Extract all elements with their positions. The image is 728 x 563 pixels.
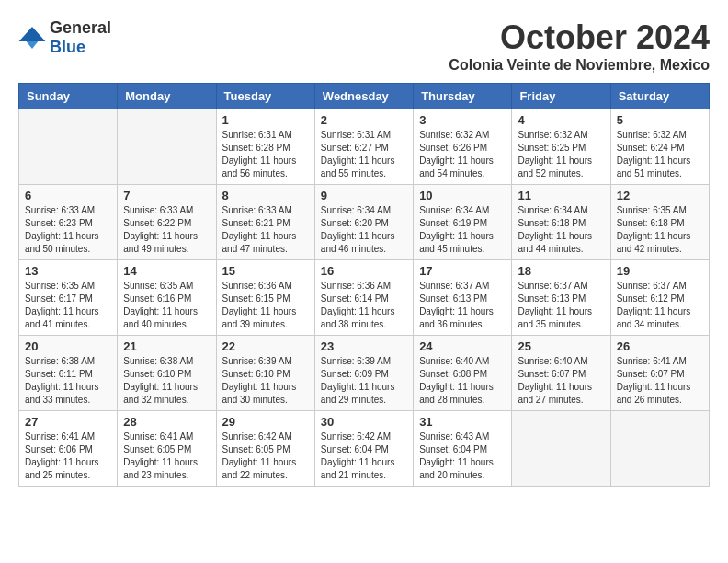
day-number: 26 <box>617 339 703 353</box>
day-number: 9 <box>321 189 407 202</box>
calendar-cell: 19Sunrise: 6:37 AM Sunset: 6:12 PM Dayli… <box>610 260 709 336</box>
day-info: Sunrise: 6:41 AM Sunset: 6:07 PM Dayligh… <box>617 355 703 407</box>
day-info: Sunrise: 6:35 AM Sunset: 6:18 PM Dayligh… <box>617 204 703 256</box>
day-info: Sunrise: 6:36 AM Sunset: 6:15 PM Dayligh… <box>222 280 309 331</box>
calendar-cell: 6Sunrise: 6:33 AM Sunset: 6:23 PM Daylig… <box>19 185 118 260</box>
calendar-cell: 30Sunrise: 6:42 AM Sunset: 6:04 PM Dayli… <box>314 411 413 487</box>
calendar-cell: 29Sunrise: 6:42 AM Sunset: 6:05 PM Dayli… <box>216 411 314 487</box>
day-number: 1 <box>222 113 309 127</box>
day-info: Sunrise: 6:34 AM Sunset: 6:18 PM Dayligh… <box>518 204 604 256</box>
calendar-cell: 22Sunrise: 6:39 AM Sunset: 6:10 PM Dayli… <box>216 336 314 411</box>
calendar-week-row: 13Sunrise: 6:35 AM Sunset: 6:17 PM Dayli… <box>19 260 710 336</box>
day-info: Sunrise: 6:33 AM Sunset: 6:22 PM Dayligh… <box>123 204 210 256</box>
calendar-cell: 3Sunrise: 6:32 AM Sunset: 6:26 PM Daylig… <box>414 109 512 185</box>
day-info: Sunrise: 6:36 AM Sunset: 6:14 PM Dayligh… <box>321 280 407 331</box>
calendar-cell: 13Sunrise: 6:35 AM Sunset: 6:17 PM Dayli… <box>19 260 118 336</box>
calendar-table: SundayMondayTuesdayWednesdayThursdayFrid… <box>18 83 710 487</box>
day-number: 22 <box>222 339 309 353</box>
day-info: Sunrise: 6:39 AM Sunset: 6:09 PM Dayligh… <box>321 355 407 407</box>
day-header-wednesday: Wednesday <box>314 84 413 109</box>
calendar-cell: 23Sunrise: 6:39 AM Sunset: 6:09 PM Dayli… <box>314 336 413 411</box>
day-number: 25 <box>518 339 604 353</box>
day-number: 12 <box>617 189 703 202</box>
day-info: Sunrise: 6:35 AM Sunset: 6:16 PM Dayligh… <box>123 280 210 331</box>
day-info: Sunrise: 6:33 AM Sunset: 6:23 PM Dayligh… <box>25 204 111 256</box>
day-info: Sunrise: 6:41 AM Sunset: 6:06 PM Dayligh… <box>25 431 111 482</box>
calendar-cell <box>19 109 118 185</box>
day-info: Sunrise: 6:33 AM Sunset: 6:21 PM Dayligh… <box>222 204 309 256</box>
calendar-cell: 15Sunrise: 6:36 AM Sunset: 6:15 PM Dayli… <box>216 260 314 336</box>
day-info: Sunrise: 6:32 AM Sunset: 6:25 PM Dayligh… <box>518 129 604 180</box>
logo-general: General <box>50 18 111 37</box>
calendar-cell: 21Sunrise: 6:38 AM Sunset: 6:10 PM Dayli… <box>118 336 216 411</box>
calendar-week-row: 1Sunrise: 6:31 AM Sunset: 6:28 PM Daylig… <box>19 109 710 185</box>
day-info: Sunrise: 6:40 AM Sunset: 6:08 PM Dayligh… <box>419 355 506 407</box>
calendar-cell <box>512 411 610 487</box>
day-number: 20 <box>25 339 111 353</box>
calendar-cell: 25Sunrise: 6:40 AM Sunset: 6:07 PM Dayli… <box>512 336 610 411</box>
calendar-cell: 10Sunrise: 6:34 AM Sunset: 6:19 PM Dayli… <box>414 185 512 260</box>
day-number: 2 <box>321 113 407 127</box>
day-number: 21 <box>123 339 210 353</box>
day-number: 6 <box>25 189 111 202</box>
calendar-cell: 18Sunrise: 6:37 AM Sunset: 6:13 PM Dayli… <box>512 260 610 336</box>
day-number: 19 <box>617 264 703 278</box>
day-info: Sunrise: 6:43 AM Sunset: 6:04 PM Dayligh… <box>419 431 506 482</box>
day-info: Sunrise: 6:32 AM Sunset: 6:26 PM Dayligh… <box>419 129 506 180</box>
calendar-cell: 1Sunrise: 6:31 AM Sunset: 6:28 PM Daylig… <box>216 109 314 185</box>
day-header-saturday: Saturday <box>610 84 709 109</box>
day-header-friday: Friday <box>512 84 610 109</box>
calendar-cell: 11Sunrise: 6:34 AM Sunset: 6:18 PM Dayli… <box>512 185 610 260</box>
day-header-sunday: Sunday <box>19 84 118 109</box>
calendar-week-row: 27Sunrise: 6:41 AM Sunset: 6:06 PM Dayli… <box>19 411 710 487</box>
day-info: Sunrise: 6:41 AM Sunset: 6:05 PM Dayligh… <box>123 431 210 482</box>
calendar-cell <box>118 109 216 185</box>
calendar-cell: 17Sunrise: 6:37 AM Sunset: 6:13 PM Dayli… <box>414 260 512 336</box>
day-header-thursday: Thursday <box>414 84 512 109</box>
calendar-cell: 14Sunrise: 6:35 AM Sunset: 6:16 PM Dayli… <box>118 260 216 336</box>
calendar-cell: 5Sunrise: 6:32 AM Sunset: 6:24 PM Daylig… <box>610 109 709 185</box>
svg-marker-0 <box>19 27 46 41</box>
day-info: Sunrise: 6:31 AM Sunset: 6:27 PM Dayligh… <box>321 129 407 180</box>
month-title: October 2024 <box>449 18 710 57</box>
day-info: Sunrise: 6:34 AM Sunset: 6:20 PM Dayligh… <box>321 204 407 256</box>
calendar-cell: 8Sunrise: 6:33 AM Sunset: 6:21 PM Daylig… <box>216 185 314 260</box>
day-number: 23 <box>321 339 407 353</box>
day-number: 17 <box>419 264 506 278</box>
calendar-cell: 4Sunrise: 6:32 AM Sunset: 6:25 PM Daylig… <box>512 109 610 185</box>
day-number: 13 <box>25 264 111 278</box>
day-info: Sunrise: 6:31 AM Sunset: 6:28 PM Dayligh… <box>222 129 309 180</box>
calendar-cell: 26Sunrise: 6:41 AM Sunset: 6:07 PM Dayli… <box>610 336 709 411</box>
calendar-cell: 24Sunrise: 6:40 AM Sunset: 6:08 PM Dayli… <box>414 336 512 411</box>
day-header-tuesday: Tuesday <box>216 84 314 109</box>
title-area: October 2024 Colonia Veinte de Noviembre… <box>449 18 710 74</box>
day-number: 4 <box>518 113 604 127</box>
day-number: 16 <box>321 264 407 278</box>
day-number: 27 <box>25 415 111 429</box>
calendar-cell: 27Sunrise: 6:41 AM Sunset: 6:06 PM Dayli… <box>19 411 118 487</box>
day-number: 24 <box>419 339 506 353</box>
day-info: Sunrise: 6:40 AM Sunset: 6:07 PM Dayligh… <box>518 355 604 407</box>
calendar-cell: 20Sunrise: 6:38 AM Sunset: 6:11 PM Dayli… <box>19 336 118 411</box>
calendar-cell: 9Sunrise: 6:34 AM Sunset: 6:20 PM Daylig… <box>314 185 413 260</box>
calendar-cell: 7Sunrise: 6:33 AM Sunset: 6:22 PM Daylig… <box>118 185 216 260</box>
day-info: Sunrise: 6:42 AM Sunset: 6:05 PM Dayligh… <box>222 431 309 482</box>
calendar-header-row: SundayMondayTuesdayWednesdayThursdayFrid… <box>19 84 710 109</box>
day-number: 15 <box>222 264 309 278</box>
day-number: 18 <box>518 264 604 278</box>
day-number: 11 <box>518 189 604 202</box>
calendar-cell: 31Sunrise: 6:43 AM Sunset: 6:04 PM Dayli… <box>414 411 512 487</box>
day-info: Sunrise: 6:34 AM Sunset: 6:19 PM Dayligh… <box>419 204 506 256</box>
day-number: 7 <box>123 189 210 202</box>
day-info: Sunrise: 6:37 AM Sunset: 6:13 PM Dayligh… <box>419 280 506 331</box>
calendar-cell <box>610 411 709 487</box>
day-info: Sunrise: 6:38 AM Sunset: 6:11 PM Dayligh… <box>25 355 111 407</box>
day-number: 28 <box>123 415 210 429</box>
day-header-monday: Monday <box>118 84 216 109</box>
page-header: General Blue October 2024 Colonia Veinte… <box>18 18 710 74</box>
calendar-cell: 12Sunrise: 6:35 AM Sunset: 6:18 PM Dayli… <box>610 185 709 260</box>
day-info: Sunrise: 6:38 AM Sunset: 6:10 PM Dayligh… <box>123 355 210 407</box>
day-info: Sunrise: 6:37 AM Sunset: 6:13 PM Dayligh… <box>518 280 604 331</box>
day-info: Sunrise: 6:39 AM Sunset: 6:10 PM Dayligh… <box>222 355 309 407</box>
day-number: 8 <box>222 189 309 202</box>
